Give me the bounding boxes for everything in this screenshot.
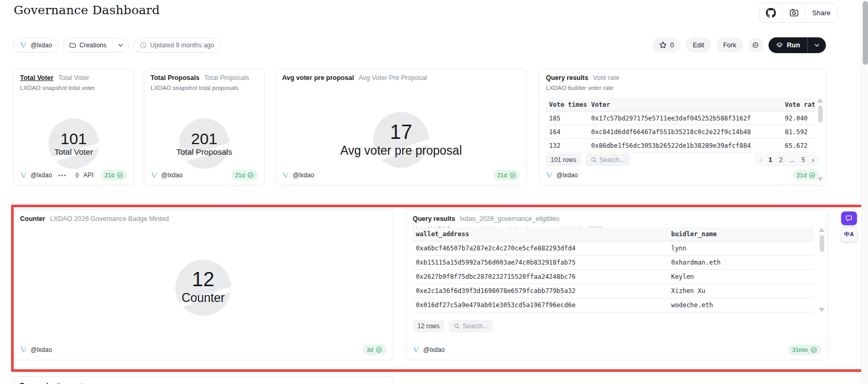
collection-dropdown-button[interactable]	[112, 38, 128, 52]
card-title[interactable]: Total Proposals	[151, 74, 199, 82]
card-subtitle: Total Proposals	[204, 74, 249, 82]
counter-widget: 12 Counter	[14, 241, 393, 334]
prev-page-button[interactable]: ‹	[760, 156, 762, 164]
table-row[interactable]: 0x016df27c5a9e479ab01e3053cd5a1967f96ecd…	[413, 298, 814, 312]
cell-wallet-address: 0xe2c1a36f6d39f3d1698078e6579fcabb779b5a…	[413, 287, 668, 295]
search-placeholder: Search...	[463, 322, 488, 330]
dashboard-toolbar: @lxdao Creations Updated 9 months ago	[13, 37, 826, 53]
api-button[interactable]: API	[74, 171, 93, 179]
page-title: Governance Dashboard	[14, 3, 160, 17]
search-placeholder: Search...	[600, 156, 625, 164]
card-title-link[interactable]: Total Voter	[20, 74, 53, 82]
counter-value: 17	[341, 122, 462, 143]
next-page-button[interactable]: ›	[812, 156, 814, 164]
card-title[interactable]: Avg voter pre proposal	[282, 74, 354, 82]
card-title[interactable]: Proposals	[20, 382, 52, 384]
card-subtitle: Avg Voter Pre Proposal	[358, 74, 427, 82]
share-label: Share	[812, 9, 831, 17]
owner-link[interactable]: @lxdao	[20, 346, 52, 353]
selection-tool-button[interactable]	[841, 211, 857, 225]
owner-link[interactable]: @lxdao	[282, 171, 314, 179]
github-icon	[766, 8, 776, 18]
owner-label: @lxdao	[31, 171, 52, 179]
page-scrollbar-thumb[interactable]	[863, 1, 868, 65]
more-menu-button[interactable]: •••	[58, 173, 67, 178]
card-counter: Counter LXDAO 2026 Governance Badge Mint…	[13, 209, 393, 360]
age-label: 3d	[367, 347, 373, 353]
cell-voter: 0x86dbe1f56dc3053b26522de1b38289e39afcf8…	[588, 142, 782, 149]
table-footer-controls: 12 rows Search...	[413, 320, 493, 332]
scrollbar-thumb[interactable]	[818, 106, 823, 123]
card-title[interactable]: Query results	[546, 74, 588, 82]
vote-rate-table: Vote times Voter Vote rate 185 0x17c57bd…	[546, 98, 815, 153]
updated-pill: Updated 9 months ago	[133, 38, 220, 53]
cell-buidler-name: Xizhen Xu	[668, 287, 814, 295]
owner-link[interactable]: @lxdao	[151, 171, 183, 179]
counter-widget: 17 Avg voter pre proposal	[276, 98, 526, 182]
scroll-down-icon[interactable]	[819, 308, 825, 312]
page-5-button[interactable]: 5	[802, 156, 805, 164]
card-subtitle: LXDAO 2026 Governance Badge Minted	[50, 215, 169, 223]
chevron-down-icon	[117, 42, 124, 48]
card-subtitle: Total Voter	[58, 74, 89, 82]
page-2-button[interactable]: 2	[779, 156, 783, 164]
card-total-voter: Total Voter Total Voter LXDAO snapshot t…	[13, 68, 134, 186]
cell-vote-times: 185	[546, 115, 588, 122]
card-proposals: Proposals Proposals	[13, 376, 393, 384]
cell-vote-times: 132	[546, 142, 588, 149]
table-search-input[interactable]: Search...	[585, 154, 630, 166]
table-row[interactable]: 164 0xc841d6ddf66467af551b35218c0c2e22f9…	[546, 125, 815, 139]
run-label: Run	[787, 41, 800, 49]
github-button[interactable]	[760, 3, 782, 22]
selection-tool-icon	[845, 214, 853, 223]
lxdao-logo-icon	[413, 346, 420, 353]
counter-value: 201	[176, 130, 232, 147]
card-subtitle: Proposals	[56, 382, 86, 384]
page-1-button[interactable]: 1	[769, 156, 772, 164]
run-dropdown-button[interactable]	[807, 37, 826, 53]
table-row[interactable]: 0xb15115a15d5992a756d003ae74c0b832918fab…	[413, 256, 814, 270]
collection-button[interactable]: Creations	[63, 38, 112, 52]
card-title[interactable]: Query results	[413, 215, 455, 223]
owner-link[interactable]: @lxdao	[20, 171, 52, 179]
page-scrollbar[interactable]	[861, 0, 868, 384]
history-button[interactable]	[749, 38, 763, 53]
run-button[interactable]: Run	[769, 37, 807, 53]
table-header-row: Vote times Voter Vote rate	[546, 98, 815, 112]
table-header-row: wallet_address buidler_name	[413, 227, 814, 241]
history-clock-icon	[752, 41, 760, 49]
table-row[interactable]: 132 0x86dbe1f56dc3053b26522de1b38289e39a…	[546, 139, 815, 153]
table-row[interactable]: 0xa6bcf46507b7a287e2c4c270ce5cfe882293df…	[413, 241, 814, 256]
screenshot-button[interactable]	[782, 3, 805, 22]
star-button[interactable]: 0	[652, 38, 681, 53]
column-header: Voter	[588, 101, 782, 108]
owner-pill[interactable]: @lxdao	[13, 38, 58, 53]
card-description: LXDAO builder voter rate	[546, 85, 613, 91]
table-row[interactable]: 0xe2c1a36f6d39f3d1698078e6579fcabb779b5a…	[413, 284, 814, 298]
owner-link[interactable]: @lxdao	[413, 346, 445, 353]
cell-wallet-address: 0x016df27c5a9e479ab01e3053cd5a1967f96ecd…	[413, 301, 668, 309]
eligibles-table: wallet_address buidler_name 0xa6bcf46507…	[413, 227, 814, 312]
age-label: 31min	[792, 347, 808, 353]
counter-label: Counter	[182, 290, 225, 306]
header-actions-group: Share	[759, 3, 837, 23]
table-scrollbar[interactable]	[817, 98, 823, 181]
table-row[interactable]: 185 0x17c57bd297175e5711ee3daf045252b588…	[546, 112, 815, 125]
table-row[interactable]: 0x2627b9f8f75dbc2870232715520ffaa24248bc…	[413, 270, 814, 284]
card-title[interactable]: Counter	[20, 215, 45, 223]
table-search-input[interactable]: Search...	[448, 320, 493, 332]
edit-button[interactable]: Edit	[686, 38, 711, 53]
fork-button[interactable]: Fork	[716, 38, 743, 53]
scroll-up-icon[interactable]	[817, 98, 823, 103]
owner-label: @lxdao	[556, 171, 578, 179]
collection-label: Creations	[79, 42, 106, 49]
owner-link[interactable]: @lxdao	[546, 171, 578, 179]
updated-label: Updated 9 months ago	[150, 42, 214, 49]
table-scrollbar[interactable]	[819, 228, 825, 312]
lxdao-logo-icon	[20, 346, 27, 353]
row-count: 101 rows	[546, 154, 581, 166]
translate-button[interactable]: 中A	[841, 228, 857, 241]
share-button[interactable]: Share	[805, 3, 837, 22]
scrollbar-thumb[interactable]	[820, 235, 824, 252]
scroll-up-icon[interactable]	[819, 228, 825, 232]
